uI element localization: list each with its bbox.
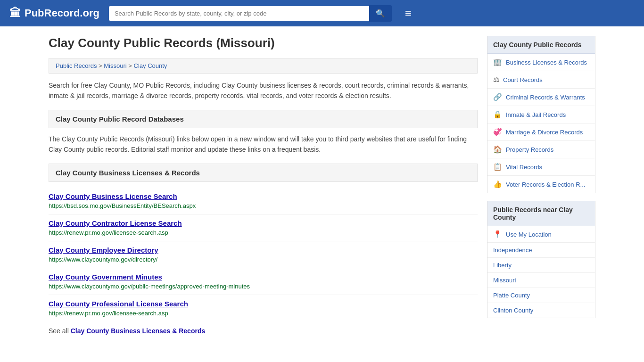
record-url: https://renew.pr.mo.gov/licensee-search.… — [49, 310, 168, 317]
sidebar-record-link[interactable]: 🏠Property Records — [487, 141, 595, 158]
business-section-header: Clay County Business Licenses & Records — [49, 164, 478, 182]
nearby-place-link[interactable]: Independence — [487, 243, 595, 258]
sidebar-records-section: Clay County Public Records 🏢Business Lic… — [487, 36, 595, 193]
sidebar-link-label: Voter Records & Election R... — [506, 181, 585, 188]
record-title-link[interactable]: Clay County Government Minutes — [49, 273, 478, 281]
sidebar-record-link[interactable]: 🔗Criminal Records & Warrants — [487, 89, 595, 106]
intro-text: Search for free Clay County, MO Public R… — [49, 80, 478, 101]
sidebar-record-link[interactable]: 👍Voter Records & Election R... — [487, 176, 595, 193]
sidebar-link-label: Marriage & Divorce Records — [506, 129, 583, 136]
record-title-link[interactable]: Clay County Business License Search — [49, 192, 478, 200]
record-title-link[interactable]: Clay County Professional License Search — [49, 300, 478, 308]
sidebar-record-link[interactable]: 🔒Inmate & Jail Records — [487, 106, 595, 123]
sidebar-link-label: Property Records — [506, 146, 553, 153]
record-url: https://bsd.sos.mo.gov/BusinessEntity/BE… — [49, 202, 196, 209]
logo-area[interactable]: 🏛 PubRecord.org — [9, 7, 99, 20]
sidebar-link-icon: 💞 — [493, 128, 502, 136]
see-all-link[interactable]: Clay County Business Licenses & Records — [71, 327, 206, 335]
record-item: Clay County Contractor License Search ht… — [49, 214, 478, 241]
search-container: 🔍 — [109, 5, 392, 22]
records-list: Clay County Business License Search http… — [49, 188, 478, 321]
nearby-place-link[interactable]: Liberty — [487, 258, 595, 273]
logo-text: PubRecord.org — [25, 7, 99, 19]
hamburger-icon: ≡ — [405, 7, 412, 19]
sidebar-records-header: Clay County Public Records — [487, 36, 595, 54]
search-button[interactable]: 🔍 — [369, 5, 392, 22]
record-title-link[interactable]: Clay County Employee Directory — [49, 246, 478, 254]
sidebar-record-link[interactable]: 🏢Business Licenses & Records — [487, 54, 595, 71]
see-all-text: See all — [49, 327, 71, 335]
breadcrumb-clay-county[interactable]: Clay County — [134, 62, 167, 69]
sidebar-link-icon: 📋 — [493, 163, 502, 171]
nearby-place-link[interactable]: Clinton County — [487, 303, 595, 318]
record-item: Clay County Government Minutes https://w… — [49, 268, 478, 295]
content-area: Clay County Public Records (Missouri) Pu… — [49, 36, 478, 335]
sidebar-link-label: Criminal Records & Warrants — [506, 94, 585, 101]
sidebar-link-label: Court Records — [503, 76, 543, 83]
breadcrumb-missouri[interactable]: Missouri — [104, 62, 126, 69]
sidebar-link-icon: 🔒 — [493, 110, 502, 119]
db-description: The Clay County Public Records (Missouri… — [49, 134, 478, 155]
record-item: Clay County Employee Directory https://w… — [49, 241, 478, 268]
sidebar-link-label: Inmate & Jail Records — [506, 111, 566, 118]
sidebar-record-links: 🏢Business Licenses & Records⚖Court Recor… — [487, 54, 595, 193]
record-title-link[interactable]: Clay County Contractor License Search — [49, 219, 478, 227]
breadcrumb-sep-1: > — [99, 62, 104, 69]
breadcrumb-public-records[interactable]: Public Records — [56, 62, 97, 69]
sidebar-link-icon: ⚖ — [493, 75, 499, 84]
record-item: Clay County Business License Search http… — [49, 188, 478, 214]
sidebar-link-icon: 🏢 — [493, 58, 502, 66]
record-url: https://www.claycountymo.gov/public-meet… — [49, 283, 250, 290]
nearby-link-label: Use My Location — [506, 231, 552, 238]
breadcrumb-sep-2: > — [128, 62, 133, 69]
sidebar-record-link[interactable]: 💞Marriage & Divorce Records — [487, 123, 595, 141]
record-url: https://renew.pr.mo.gov/licensee-search.… — [49, 229, 168, 236]
sidebar-nearby-section: Public Records near Clay County 📍Use My … — [487, 201, 595, 318]
sidebar-link-icon: 🏠 — [493, 145, 502, 154]
sidebar-record-link[interactable]: 📋Vital Records — [487, 158, 595, 176]
sidebar-link-icon: 🔗 — [493, 93, 502, 101]
menu-button[interactable]: ≡ — [401, 5, 415, 22]
nearby-place-link[interactable]: Platte County — [487, 288, 595, 303]
nearby-place-link[interactable]: Missouri — [487, 273, 595, 288]
sidebar-link-label: Vital Records — [506, 164, 542, 171]
sidebar-nearby-header: Public Records near Clay County — [487, 201, 595, 226]
search-icon: 🔍 — [376, 9, 385, 17]
sidebar-link-icon: 👍 — [493, 180, 502, 189]
record-item: Clay County Professional License Search … — [49, 295, 478, 321]
page-title: Clay County Public Records (Missouri) — [49, 36, 478, 50]
db-section-header: Clay County Public Record Databases — [49, 110, 478, 128]
see-all-area: See all Clay County Business Licenses & … — [49, 327, 478, 335]
main-wrapper: Clay County Public Records (Missouri) Pu… — [39, 26, 605, 344]
record-url: https://www.claycountymo.gov/directory/ — [49, 256, 157, 263]
nearby-link[interactable]: 📍Use My Location — [487, 226, 595, 243]
site-header: 🏛 PubRecord.org 🔍 ≡ — [0, 0, 644, 26]
breadcrumb: Public Records > Missouri > Clay County — [49, 58, 478, 74]
location-icon: 📍 — [493, 230, 502, 239]
sidebar-nearby-links: 📍Use My LocationIndependenceLibertyMisso… — [487, 226, 595, 318]
sidebar-record-link[interactable]: ⚖Court Records — [487, 71, 595, 89]
sidebar-link-label: Business Licenses & Records — [506, 59, 587, 66]
building-icon: 🏛 — [9, 7, 21, 20]
sidebar: Clay County Public Records 🏢Business Lic… — [487, 36, 595, 335]
search-input[interactable] — [109, 6, 369, 21]
